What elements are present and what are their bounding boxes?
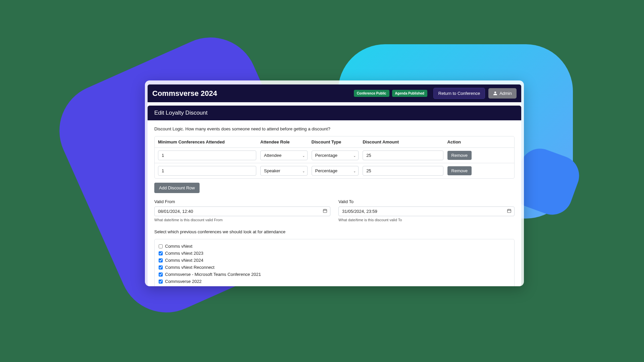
app-header: Commsverse 2024 Conference Public Agenda… [148, 84, 521, 102]
discount-type-select[interactable]: Percentage [312, 150, 359, 160]
conference-public-badge[interactable]: Conference Public [354, 90, 389, 97]
conference-label: Commsverse - Microsoft Teams Conference … [165, 272, 261, 277]
conference-label: Comms vNext 2023 [165, 251, 203, 256]
col-header-type: Discount Type [312, 139, 363, 144]
conference-item: Comms vNext 2024 [159, 257, 510, 264]
user-icon [493, 91, 497, 96]
valid-to-input[interactable] [338, 206, 515, 216]
app-window: Commsverse 2024 Conference Public Agenda… [145, 80, 524, 286]
conference-label: Comms vNext Reconnect [165, 265, 214, 270]
conference-item: Commsverse - Microsoft Teams Conference … [159, 271, 510, 278]
discount-table: Minimum Conferences Attended Attendee Ro… [154, 136, 515, 179]
conference-label: Comms vNext [165, 244, 193, 249]
conference-label: Comms vNext 2024 [165, 258, 203, 263]
previous-conferences-description: Select which previous conferences we sho… [154, 229, 515, 234]
col-header-min: Minimum Conferences Attended [158, 139, 260, 144]
agenda-published-badge[interactable]: Agenda Published [392, 90, 427, 97]
valid-from-label: Valid From [154, 199, 330, 204]
conference-checkbox[interactable] [159, 265, 163, 269]
return-to-conference-button[interactable]: Return to Conference [433, 88, 485, 99]
valid-to-group: Valid To What date/time is this discount… [338, 199, 515, 222]
conference-label: Commsverse 2023 [165, 286, 202, 286]
valid-to-label: Valid To [338, 199, 515, 204]
valid-from-input[interactable] [154, 206, 330, 216]
app-title: Commsverse 2024 [152, 89, 351, 98]
conference-list[interactable]: Comms vNextComms vNext 2023Comms vNext 2… [154, 239, 515, 286]
col-header-amount: Discount Amount [363, 139, 447, 144]
discount-type-select[interactable]: Percentage [312, 166, 359, 176]
valid-from-help: What date/time is this discount valid Fr… [154, 218, 330, 222]
discount-amount-input[interactable] [363, 166, 443, 176]
add-discount-row-button[interactable]: Add Discount Row [154, 183, 200, 193]
conference-item: Comms vNext Reconnect [159, 264, 510, 271]
date-range-row: Valid From What date/time is this discou… [154, 199, 515, 222]
admin-button-label: Admin [499, 91, 512, 96]
conference-checkbox[interactable] [159, 244, 163, 248]
conference-checkbox[interactable] [159, 273, 163, 277]
content-area: Edit Loyalty Discount Discount Logic. Ho… [148, 102, 521, 286]
conference-checkbox[interactable] [159, 280, 163, 284]
attendee-role-select[interactable]: Speaker [260, 166, 308, 176]
remove-row-button[interactable]: Remove [447, 151, 472, 160]
conference-checkbox[interactable] [159, 251, 163, 255]
discount-logic-description: Discount Logic. How many events does som… [154, 126, 515, 131]
conference-item: Commsverse 2023 [159, 285, 510, 286]
discount-row: Attendee⌄Percentage⌄Remove [155, 148, 514, 163]
col-header-role: Attendee Role [260, 139, 312, 144]
min-conferences-input[interactable] [158, 150, 256, 160]
attendee-role-select[interactable]: Attendee [260, 150, 308, 160]
panel-title: Edit Loyalty Discount [148, 106, 521, 120]
conference-label: Commsverse 2022 [165, 279, 202, 284]
conference-checkbox[interactable] [159, 258, 163, 262]
valid-to-help: What date/time is this discount valid To [338, 218, 515, 222]
discount-amount-input[interactable] [363, 150, 443, 160]
valid-from-group: Valid From What date/time is this discou… [154, 199, 330, 222]
min-conferences-input[interactable] [158, 166, 256, 176]
remove-row-button[interactable]: Remove [447, 166, 472, 175]
conference-item: Comms vNext 2023 [159, 250, 510, 257]
col-header-action: Action [447, 139, 511, 144]
discount-table-header: Minimum Conferences Attended Attendee Ro… [155, 136, 514, 148]
conference-item: Comms vNext [159, 243, 510, 250]
conference-item: Commsverse 2022 [159, 278, 510, 285]
admin-button[interactable]: Admin [488, 88, 517, 99]
discount-row: Speaker⌄Percentage⌄Remove [155, 163, 514, 178]
